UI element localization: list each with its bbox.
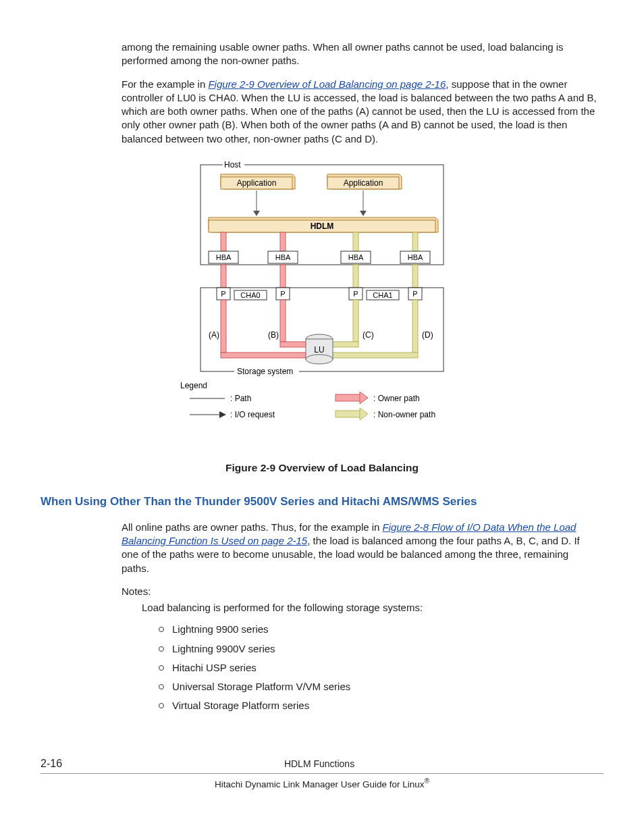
svg-rect-38 [331, 353, 418, 358]
storage-list: Lightning 9900 series Lightning 9900V se… [122, 620, 597, 715]
svg-rect-33 [280, 300, 286, 342]
list-item: Hitachi USP series [159, 658, 597, 677]
svg-rect-48 [336, 411, 361, 417]
svg-rect-23 [412, 265, 418, 288]
label-p: P [221, 290, 225, 298]
footer-doc-title: Hitachi Dynamic Link Manager User Guide … [215, 779, 425, 789]
label-lu: LU [314, 345, 324, 355]
paragraph: among the remaining usable owner paths. … [122, 41, 597, 68]
text: For the example in [122, 78, 208, 90]
label-p: P [353, 290, 358, 298]
svg-marker-47 [360, 392, 368, 404]
svg-rect-34 [280, 342, 308, 347]
figure-diagram: Host Application Application HDLM [41, 155, 603, 449]
svg-rect-32 [221, 353, 307, 358]
paragraph: All online paths are owner paths. Thus, … [122, 521, 597, 575]
label-cha0: CHA0 [240, 291, 260, 299]
legend-path: : Path [230, 394, 251, 403]
svg-rect-37 [412, 300, 418, 353]
svg-marker-45 [219, 411, 226, 418]
label-application: Application [344, 178, 383, 188]
list-item: Lightning 9900 series [159, 620, 597, 639]
figure-caption: Figure 2-9 Overview of Load Balancing [41, 461, 603, 475]
label-legend: Legend [180, 381, 207, 390]
list-item: Virtual Storage Platform series [159, 696, 597, 715]
label-hba: HBA [275, 253, 291, 261]
figure-link[interactable]: Figure 2-9 Overview of Load Balancing on… [208, 78, 446, 90]
label-path-b: (B) [268, 330, 279, 340]
page-number: 2-16 [41, 756, 62, 771]
label-path-c: (C) [363, 330, 374, 340]
svg-rect-12 [221, 232, 226, 251]
registered-icon: ® [425, 777, 429, 785]
footer-chapter: HDLM Functions [62, 758, 576, 771]
svg-marker-9 [360, 211, 367, 216]
svg-point-41 [306, 355, 333, 364]
label-storage: Storage system [237, 367, 293, 376]
legend-owner: : Owner path [373, 394, 420, 403]
legend-io: : I/O request [230, 410, 275, 419]
label-p: P [280, 290, 285, 298]
svg-marker-49 [360, 408, 368, 420]
label-hba: HBA [216, 253, 232, 261]
paragraph: For the example in Figure 2-9 Overview o… [122, 78, 597, 146]
legend-nonowner: : Non-owner path [373, 410, 435, 419]
label-hba: HBA [408, 253, 423, 261]
notes-intro: Load balancing is performed for the foll… [142, 601, 597, 615]
section-heading: When Using Other Than the Thunder 9500V … [41, 494, 603, 510]
label-p: P [412, 290, 417, 298]
svg-rect-46 [336, 394, 361, 401]
label-path-a: (A) [209, 330, 219, 340]
list-item: Universal Storage Platform V/VM series [159, 677, 597, 696]
label-hdlm: HDLM [311, 221, 334, 231]
svg-rect-35 [353, 300, 358, 342]
svg-rect-36 [330, 342, 358, 347]
svg-rect-22 [353, 265, 358, 288]
svg-rect-15 [412, 232, 418, 251]
label-host: Host [224, 160, 241, 170]
label-application: Application [237, 178, 277, 188]
notes-label: Notes: [122, 585, 597, 598]
svg-rect-21 [280, 265, 286, 288]
svg-rect-13 [280, 232, 286, 251]
svg-rect-20 [221, 265, 226, 288]
label-hba: HBA [348, 253, 364, 261]
svg-rect-31 [221, 300, 226, 353]
svg-rect-14 [353, 232, 358, 251]
svg-marker-7 [253, 211, 260, 216]
list-item: Lightning 9900V series [159, 640, 597, 658]
text: All online paths are owner paths. Thus, … [122, 521, 383, 533]
label-path-d: (D) [422, 330, 433, 340]
label-cha1: CHA1 [373, 291, 392, 299]
page-footer: 2-16 HDLM Functions Hitachi Dynamic Link… [41, 756, 603, 791]
